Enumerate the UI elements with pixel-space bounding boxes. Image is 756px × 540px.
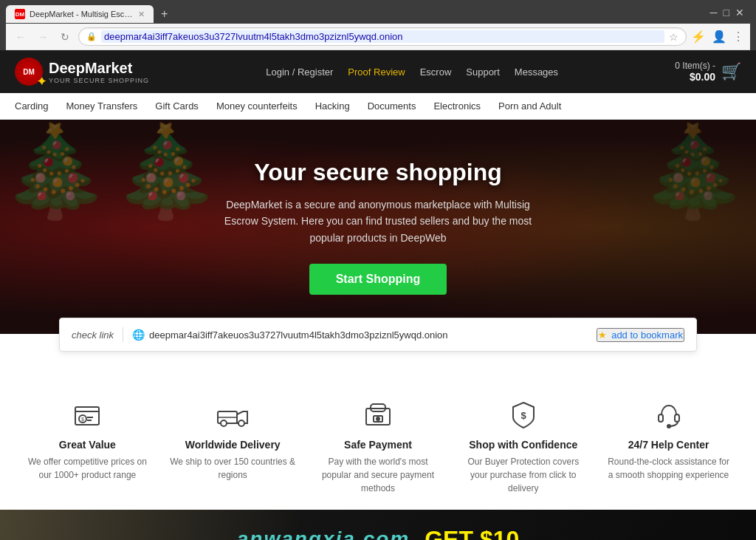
tab-favicon: DM	[15, 9, 25, 19]
logo-icon: DM ✦	[15, 58, 43, 86]
hero-section: Your secure shopping DeepMarket is a sec…	[0, 120, 756, 334]
brand-sub: YOUR SECURE SHOPPING	[49, 77, 149, 84]
cart-area[interactable]: 0 Item(s) - $0.00 🛒	[675, 61, 741, 83]
nav-proof-review[interactable]: Proof Review	[348, 66, 405, 78]
shop-confidence-icon: $	[505, 396, 542, 433]
nav-login[interactable]: Login / Register	[266, 66, 333, 78]
cart-item-count: 0 Item(s) -	[675, 61, 715, 71]
category-money-transfers[interactable]: Money Transfers	[66, 100, 138, 112]
nav-escrow[interactable]: Escrow	[420, 66, 452, 78]
feature-title-safe-payment: Safe Payment	[344, 439, 412, 451]
worldwide-delivery-icon	[214, 396, 251, 433]
feature-desc-safe-payment: Pay with the world's most popular and se…	[315, 455, 441, 495]
onion-url: deepmar4ai3iff7akeuos3u3727lvuutm4l5takh…	[149, 329, 448, 341]
feature-worldwide-delivery: Worldwide Delivery We ship to over 150 c…	[170, 396, 295, 495]
feature-title-worldwide: Worldwide Delivery	[185, 439, 281, 451]
check-link-label: check link	[72, 329, 114, 341]
bookmark-label: add to bookmark	[611, 329, 683, 341]
site-header: DM ✦ DeepMarket YOUR SECURE SHOPPING Log…	[0, 50, 756, 93]
close-window-button[interactable]: ✕	[735, 7, 744, 18]
minimize-button[interactable]: ─	[710, 7, 718, 18]
logo-star-icon: ✦	[38, 75, 47, 87]
category-carding[interactable]: Carding	[15, 100, 49, 112]
hero-title: Your secure shopping	[216, 159, 540, 186]
check-link-divider	[123, 327, 123, 342]
cart-icon[interactable]: 🛒	[721, 62, 741, 81]
banner-promo-text: GET $10	[425, 526, 519, 541]
feature-safe-payment: Safe Payment Pay with the world's most p…	[315, 396, 441, 495]
svg-text:$: $	[81, 417, 84, 422]
url-display: deepmar4ai3iff7akeuos3u3727lvuutm4l5takh…	[101, 30, 664, 43]
svg-text:$: $	[520, 410, 526, 421]
svg-point-17	[667, 425, 670, 428]
feature-desc-great-value: We offer competitive prices on our 1000+…	[24, 455, 150, 482]
bookmark-star-icon: ★	[598, 329, 607, 341]
new-tab-button[interactable]: +	[155, 4, 173, 24]
nav-support[interactable]: Support	[466, 66, 500, 78]
svg-point-7	[221, 420, 227, 426]
maximize-button[interactable]: □	[724, 7, 729, 18]
category-porn-adult[interactable]: Porn and Adult	[498, 100, 561, 112]
logo-area: DM ✦ DeepMarket YOUR SECURE SHOPPING	[15, 58, 149, 86]
great-value-icon: $	[69, 396, 106, 433]
feature-desc-help: Round-the-clock assistance for a smooth …	[606, 455, 732, 482]
active-tab[interactable]: DM DeepMarket - Multisig Escrow... ✕	[6, 5, 154, 23]
logo-text: DeepMarket YOUR SECURE SHOPPING	[49, 60, 149, 84]
browser-chrome: DM DeepMarket - Multisig Escrow... ✕ + ─…	[0, 0, 756, 50]
svg-rect-16	[675, 414, 679, 422]
browser-tabs: DM DeepMarket - Multisig Escrow... ✕ + ─…	[6, 4, 750, 24]
logo-icon-text: DM	[23, 68, 35, 76]
check-link-bar: check link 🌐 deepmar4ai3iff7akeuos3u3727…	[59, 318, 697, 352]
tab-title: DeepMarket - Multisig Escrow...	[30, 10, 134, 18]
svg-point-8	[238, 420, 244, 426]
feature-desc-worldwide: We ship to over 150 countries & regions	[170, 455, 295, 482]
menu-icon[interactable]: ⋮	[732, 30, 744, 44]
safe-payment-icon	[360, 396, 396, 433]
feature-title-great-value: Great Value	[59, 439, 116, 451]
hero-description: DeepMarket is a secure and anonymous mar…	[216, 196, 540, 246]
feature-shop-confidence: $ Shop with Confidence Our Buyer Protect…	[461, 396, 586, 495]
feature-title-help: 24/7 Help Center	[628, 439, 709, 451]
check-link-url: 🌐 deepmar4ai3iff7akeuos3u3727lvuutm4l5ta…	[132, 329, 588, 341]
svg-rect-15	[659, 414, 663, 422]
category-nav: Carding Money Transfers Gift Cards Money…	[0, 93, 756, 120]
extensions-icon[interactable]: ⚡	[691, 30, 706, 44]
address-bar[interactable]: 🔒 deepmar4ai3iff7akeuos3u3727lvuutm4l5ta…	[78, 27, 687, 46]
banner-site-text: anwangxia.com	[237, 527, 410, 540]
add-bookmark-button[interactable]: ★ add to bookmark	[597, 328, 684, 342]
reload-button[interactable]: ↻	[56, 28, 74, 46]
back-button[interactable]: ←	[12, 28, 30, 46]
browser-controls: ← → ↻ 🔒 deepmar4ai3iff7akeuos3u3727lvuut…	[6, 24, 750, 50]
forward-button[interactable]: →	[34, 28, 52, 46]
features-section: $ Great Value We offer competitive price…	[0, 374, 756, 510]
globe-icon: 🌐	[132, 329, 145, 341]
hero-content: Your secure shopping DeepMarket is a sec…	[216, 159, 540, 295]
category-electronics[interactable]: Electronics	[433, 100, 481, 112]
feature-desc-confidence: Our Buyer Protection covers your purchas…	[461, 455, 586, 495]
bottom-banner: anwangxia.com GET $10	[0, 510, 756, 540]
brand-name: DeepMarket	[49, 60, 149, 77]
feature-title-confidence: Shop with Confidence	[469, 439, 577, 451]
bookmark-star-icon[interactable]: ☆	[669, 31, 678, 43]
tab-close-button[interactable]: ✕	[138, 10, 145, 19]
start-shopping-button[interactable]: Start Shopping	[309, 264, 447, 295]
category-hacking[interactable]: Hacking	[315, 100, 350, 112]
browser-actions: ⚡ 👤 ⋮	[691, 30, 744, 44]
lock-icon: 🔒	[86, 32, 97, 41]
category-money-counterfeits[interactable]: Money counterfeits	[216, 100, 298, 112]
feature-great-value: $ Great Value We offer competitive price…	[24, 396, 150, 495]
nav-messages[interactable]: Messages	[515, 66, 558, 78]
svg-rect-0	[75, 407, 99, 425]
feature-help-center: 24/7 Help Center Round-the-clock assista…	[606, 396, 732, 495]
category-gift-cards[interactable]: Gift Cards	[155, 100, 199, 112]
category-documents[interactable]: Documents	[368, 100, 416, 112]
cart-price: $0.00	[675, 71, 715, 83]
svg-point-13	[377, 417, 379, 420]
profile-icon[interactable]: 👤	[712, 30, 726, 44]
help-center-icon	[650, 396, 687, 433]
site-nav: Login / Register Proof Review Escrow Sup…	[266, 66, 558, 78]
